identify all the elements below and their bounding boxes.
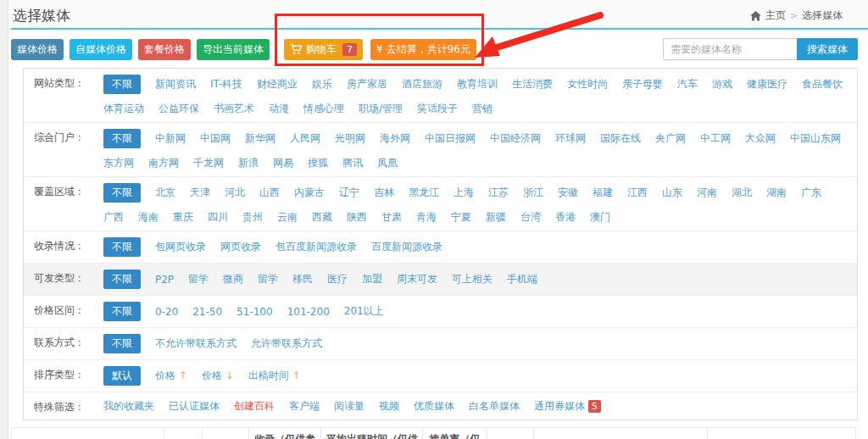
filter-option[interactable]: 视频 bbox=[379, 399, 399, 414]
filter-option[interactable]: 四川 bbox=[208, 210, 228, 225]
filter-option[interactable]: 人民网 bbox=[290, 131, 320, 146]
filter-option[interactable]: 可上相关 bbox=[452, 272, 492, 286]
filter-option[interactable]: 山西 bbox=[259, 186, 280, 200]
filter-selected-chip[interactable]: 不限 bbox=[103, 75, 141, 94]
filter-option[interactable]: 环球网 bbox=[555, 131, 586, 146]
filter-option[interactable]: 国际在线 bbox=[600, 131, 641, 146]
self-media-price-button[interactable]: 自媒体价格 bbox=[70, 39, 132, 60]
filter-option[interactable]: 新华网 bbox=[245, 131, 275, 146]
filter-option[interactable]: 公益环保 bbox=[159, 102, 199, 116]
filter-option[interactable]: 搜狐 bbox=[308, 156, 328, 170]
filter-option[interactable]: 中新网 bbox=[155, 131, 186, 146]
filter-option[interactable]: 酒店旅游 bbox=[402, 77, 442, 92]
filter-option[interactable]: 食品餐饮 bbox=[802, 77, 843, 92]
filter-option[interactable]: 教育培训 bbox=[457, 77, 498, 92]
filter-option[interactable]: 21-50 bbox=[192, 306, 222, 318]
filter-option[interactable]: 腾讯 bbox=[342, 156, 363, 170]
filter-option[interactable]: 51-100 bbox=[236, 306, 273, 318]
filter-option[interactable]: 101-200 bbox=[287, 306, 330, 318]
filter-option[interactable]: 河北 bbox=[225, 186, 245, 200]
filter-option[interactable]: 通用券媒体5 bbox=[534, 399, 601, 414]
filter-option[interactable]: 海外网 bbox=[380, 131, 410, 146]
filter-option[interactable]: 中国日报网 bbox=[425, 131, 476, 146]
filter-option[interactable]: 江西 bbox=[627, 186, 648, 200]
filter-option[interactable]: 书画艺术 bbox=[214, 102, 254, 116]
filter-option[interactable]: 新疆 bbox=[486, 210, 506, 225]
search-input[interactable] bbox=[663, 38, 797, 60]
filter-option[interactable]: IT-科技 bbox=[210, 77, 242, 92]
filter-option[interactable]: 笑话段子 bbox=[417, 102, 458, 116]
filter-option[interactable]: 价格 ↓ bbox=[202, 369, 234, 383]
filter-option[interactable]: 中国网 bbox=[200, 131, 231, 146]
filter-option[interactable]: 贵州 bbox=[242, 210, 263, 225]
filter-option[interactable]: 凤凰 bbox=[377, 156, 398, 170]
filter-option[interactable]: 西藏 bbox=[312, 210, 332, 225]
export-current-media-button[interactable]: 导出当前媒体 bbox=[197, 39, 270, 60]
filter-option[interactable]: 云南 bbox=[277, 210, 298, 225]
filter-option[interactable]: 中国山东网 bbox=[790, 131, 841, 146]
media-price-button[interactable]: 媒体价格 bbox=[11, 39, 64, 60]
filter-option[interactable]: 香港 bbox=[555, 210, 576, 225]
filter-option[interactable]: 亲子母婴 bbox=[622, 77, 663, 92]
filter-option[interactable]: 201以上 bbox=[344, 304, 384, 319]
filter-option[interactable]: 不允许带联系方式 bbox=[155, 336, 236, 351]
search-button[interactable]: 搜索媒体 bbox=[797, 38, 858, 60]
filter-option[interactable]: 优质媒体 bbox=[414, 399, 454, 414]
filter-option[interactable]: 网页收录 bbox=[220, 240, 261, 254]
filter-option[interactable]: 广东 bbox=[801, 186, 821, 200]
filter-option[interactable]: 重庆 bbox=[173, 210, 193, 225]
filter-option[interactable]: 我的收藏夹 bbox=[103, 399, 154, 414]
filter-option[interactable]: 财经商业 bbox=[257, 77, 298, 92]
filter-selected-chip[interactable]: 不限 bbox=[103, 129, 141, 148]
filter-option[interactable]: 情感心理 bbox=[303, 102, 344, 116]
filter-option[interactable]: 安徽 bbox=[558, 186, 578, 200]
filter-option[interactable]: 职场/管理 bbox=[359, 102, 403, 116]
package-price-button[interactable]: 套餐价格 bbox=[138, 39, 191, 60]
filter-option[interactable]: 阅读量 bbox=[334, 399, 364, 414]
breadcrumb-home[interactable]: 主页 bbox=[765, 8, 786, 23]
filter-option[interactable]: 网易 bbox=[273, 156, 293, 170]
filter-option[interactable]: 江苏 bbox=[488, 186, 509, 200]
filter-option[interactable]: 营销 bbox=[472, 102, 492, 116]
filter-option[interactable]: 陕西 bbox=[347, 210, 367, 225]
filter-option[interactable]: 央广网 bbox=[655, 131, 686, 146]
filter-option[interactable]: 澳门 bbox=[590, 210, 610, 225]
filter-option[interactable]: 福建 bbox=[593, 186, 613, 200]
filter-option[interactable]: 创建百科 bbox=[234, 399, 275, 414]
filter-option[interactable]: 生活消费 bbox=[512, 77, 553, 92]
filter-option[interactable]: 白名单媒体 bbox=[469, 399, 520, 414]
filter-option[interactable]: 汽车 bbox=[677, 77, 698, 92]
filter-option[interactable]: 青海 bbox=[416, 210, 437, 225]
filter-option[interactable]: 百度新闻源收录 bbox=[371, 240, 442, 254]
filter-option[interactable]: 留学 bbox=[188, 272, 209, 286]
checkout-button[interactable]: ¥ 去结算，共计96元 bbox=[370, 39, 476, 60]
filter-option[interactable]: 北京 bbox=[155, 186, 175, 200]
filter-option[interactable]: 娱乐 bbox=[312, 77, 332, 92]
filter-option[interactable]: 价格 ↑ bbox=[155, 369, 187, 383]
filter-selected-chip[interactable]: 不限 bbox=[103, 302, 141, 321]
filter-option[interactable]: 宁夏 bbox=[451, 210, 471, 225]
filter-option[interactable]: 留学 bbox=[258, 272, 278, 286]
filter-option[interactable]: 辽宁 bbox=[339, 186, 359, 200]
filter-option[interactable]: 南方网 bbox=[148, 156, 179, 170]
filter-option[interactable]: 女性时尚 bbox=[567, 77, 608, 92]
filter-option[interactable]: 健康医疗 bbox=[747, 77, 787, 92]
filter-option[interactable]: 客户端 bbox=[289, 399, 320, 414]
filter-option[interactable]: 动漫 bbox=[269, 102, 289, 116]
filter-option[interactable]: 河南 bbox=[697, 186, 717, 200]
filter-option[interactable]: 已认证媒体 bbox=[169, 399, 220, 414]
filter-option[interactable]: 0-20 bbox=[155, 306, 178, 318]
filter-option[interactable]: 天津 bbox=[190, 186, 210, 200]
filter-option[interactable]: 手机端 bbox=[507, 272, 537, 286]
filter-option[interactable]: 微商 bbox=[223, 272, 243, 286]
filter-option[interactable]: 大众网 bbox=[745, 131, 776, 146]
filter-option[interactable]: 房产家居 bbox=[347, 77, 387, 92]
filter-option[interactable]: 千龙网 bbox=[193, 156, 224, 170]
filter-option[interactable]: 医疗 bbox=[327, 272, 348, 286]
filter-option[interactable]: 游戏 bbox=[712, 77, 732, 92]
filter-option[interactable]: 内蒙古 bbox=[294, 186, 325, 200]
filter-option[interactable]: 包百度新闻源收录 bbox=[275, 240, 357, 254]
filter-option[interactable]: 中工网 bbox=[700, 131, 731, 146]
filter-option[interactable]: 山东 bbox=[662, 186, 682, 200]
filter-option[interactable]: 加盟 bbox=[362, 272, 382, 286]
